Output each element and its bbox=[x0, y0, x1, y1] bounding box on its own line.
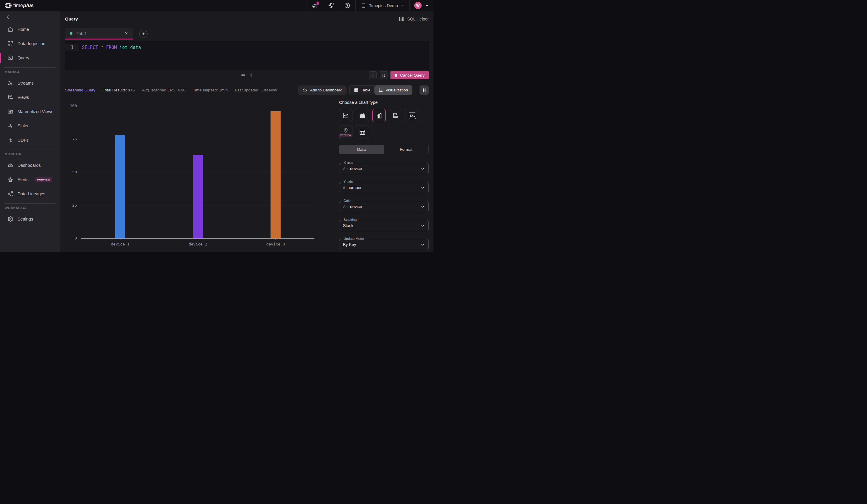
sidebar-item-label: Sinks bbox=[18, 124, 28, 128]
x-axis-select[interactable]: X-axis Aa device bbox=[339, 163, 429, 174]
chart-type-line-button[interactable] bbox=[339, 109, 352, 122]
sidebar-item-home[interactable]: Home bbox=[0, 22, 60, 36]
field-label: Stacking bbox=[342, 218, 358, 222]
chevron-down-icon bbox=[400, 3, 404, 8]
sidebar-collapse-button[interactable] bbox=[6, 14, 13, 20]
chart-type-title: Choose a chart type bbox=[339, 100, 429, 105]
tab-close-icon[interactable]: ✕ bbox=[123, 31, 129, 36]
chart-type-bar-button[interactable] bbox=[389, 109, 402, 122]
main-content: Query SQL Helper Tab 1 ✕ + 1 SELECT * FR… bbox=[60, 11, 434, 252]
resize-handle-icon bbox=[241, 73, 246, 77]
workspace-name: Timeplus Demo bbox=[369, 3, 398, 8]
pause-button[interactable] bbox=[419, 85, 429, 95]
data-ingestion-icon bbox=[8, 41, 13, 46]
sidebar-section-manage: MANAGE bbox=[0, 68, 60, 76]
sidebar-item-alerts[interactable]: Alerts PREVIEW bbox=[0, 172, 60, 187]
color-select[interactable]: Color Aa device bbox=[339, 201, 429, 212]
cancel-query-button[interactable]: Cancel Query bbox=[390, 71, 429, 79]
chart-type-single-value-button[interactable]: 12 bbox=[406, 109, 419, 122]
field-value: device bbox=[350, 166, 362, 171]
sidebar-item-label: Data Lineages bbox=[18, 191, 45, 196]
udfs-icon bbox=[8, 137, 13, 143]
stacking-select[interactable]: Stacking Stack bbox=[339, 220, 429, 231]
add-to-dashboard-button[interactable]: Add to Dashboard bbox=[298, 85, 346, 95]
timeplus-logo[interactable]: timeplus bbox=[0, 2, 34, 9]
new-tab-button[interactable]: + bbox=[139, 30, 148, 38]
field-label: Color bbox=[342, 199, 353, 202]
svg-text:device_0: device_0 bbox=[266, 242, 285, 246]
number-type-icon: # bbox=[343, 185, 345, 190]
add-to-dashboard-label: Add to Dashboard bbox=[310, 88, 342, 92]
sidebar-item-sinks[interactable]: Sinks bbox=[0, 119, 60, 133]
sidebar-item-settings[interactable]: Settings bbox=[0, 212, 60, 226]
sql-code: SELECT * FROM iot_data bbox=[79, 44, 141, 51]
chart-icon bbox=[378, 88, 383, 92]
horizontal-bar-chart-icon bbox=[392, 112, 399, 119]
sidebar-item-label: UDFs bbox=[18, 138, 29, 142]
sidebar-item-data-ingestion[interactable]: Data Ingestion bbox=[0, 36, 60, 51]
chart-area: 1007550250device_1device_2device_0 bbox=[65, 98, 332, 252]
area-chart-icon bbox=[359, 112, 366, 119]
table-view-button[interactable]: Table bbox=[350, 85, 374, 95]
query-status-bar: Streaming Query Total Results: 375 Avg. … bbox=[65, 82, 429, 98]
stop-icon bbox=[395, 74, 397, 77]
slack-icon bbox=[328, 3, 334, 8]
sidebar-item-label: Home bbox=[18, 27, 29, 32]
sidebar-item-label: Dashboards bbox=[18, 163, 41, 168]
announcements-button[interactable] bbox=[306, 0, 323, 11]
help-button[interactable] bbox=[339, 0, 355, 11]
sidebar-item-materialized-views[interactable]: Materialized Views bbox=[0, 105, 60, 119]
field-value: Stack bbox=[343, 223, 353, 228]
chart-type-grid: 12 PREVIEW bbox=[339, 109, 426, 139]
chart-type-map-button[interactable]: PREVIEW bbox=[339, 126, 352, 139]
editor-resize-controls[interactable] bbox=[241, 73, 253, 77]
sidebar-item-udfs[interactable]: UDFs bbox=[0, 133, 60, 147]
sidebar-item-data-lineages[interactable]: Data Lineages bbox=[0, 187, 60, 201]
sidebar-item-label: Alerts bbox=[18, 177, 29, 182]
visualization-label: Visualization bbox=[385, 88, 408, 92]
visualization-view-button[interactable]: Visualization bbox=[374, 85, 412, 95]
tab-format[interactable]: Format bbox=[384, 145, 429, 154]
sql-helper-button[interactable]: SQL Helper bbox=[399, 16, 429, 22]
sidebar-item-views[interactable]: Views bbox=[0, 90, 60, 105]
svg-text:25: 25 bbox=[72, 203, 77, 207]
alerts-icon bbox=[8, 176, 13, 183]
svg-text:75: 75 bbox=[72, 137, 77, 141]
tab-tab1[interactable]: Tab 1 ✕ bbox=[65, 28, 133, 40]
visualization-panel: Choose a chart type bbox=[339, 98, 429, 252]
active-indicator bbox=[0, 53, 1, 63]
sidebar-item-streams[interactable]: Streams bbox=[0, 76, 60, 90]
materialized-views-icon bbox=[8, 109, 13, 115]
workspace-selector[interactable]: Timeplus Demo bbox=[355, 0, 409, 11]
field-value: device bbox=[350, 204, 362, 209]
help-icon bbox=[344, 2, 350, 9]
format-sql-button[interactable] bbox=[369, 71, 377, 79]
chevron-left-icon bbox=[6, 15, 10, 19]
auto-scroll-off-icon bbox=[249, 73, 253, 77]
tab-data[interactable]: Data bbox=[339, 145, 384, 154]
sidebar-item-query[interactable]: Query bbox=[0, 51, 60, 65]
sql-editor[interactable]: 1 SELECT * FROM iot_data bbox=[65, 41, 429, 70]
update-mode-select[interactable]: Update Mode By Key bbox=[339, 239, 429, 250]
pause-icon bbox=[423, 88, 424, 92]
table-icon bbox=[354, 88, 358, 92]
data-format-tabs: Data Format bbox=[339, 145, 429, 154]
user-menu[interactable]: W bbox=[409, 0, 434, 11]
map-pin-icon bbox=[343, 128, 349, 133]
y-axis-select[interactable]: Y-axis # number bbox=[339, 182, 429, 193]
chart-type-column-button[interactable] bbox=[372, 109, 386, 122]
view-mode-toggle: Table Visualization bbox=[350, 85, 413, 95]
bookmark-button[interactable] bbox=[380, 71, 387, 79]
building-icon bbox=[361, 3, 366, 8]
panel-toggle-icon bbox=[399, 16, 404, 22]
notification-dot bbox=[317, 1, 319, 5]
top-bar: timeplus Timeplus Demo W bbox=[0, 0, 434, 11]
chart-type-area-button[interactable] bbox=[356, 109, 369, 122]
preview-badge: PREVIEW bbox=[35, 177, 52, 182]
slack-button[interactable] bbox=[323, 0, 339, 11]
views-icon bbox=[8, 94, 13, 100]
sidebar-item-dashboards[interactable]: Dashboards bbox=[0, 158, 60, 172]
home-icon bbox=[8, 26, 13, 32]
sidebar-item-label: Settings bbox=[18, 217, 33, 222]
chart-type-table-button[interactable] bbox=[356, 126, 369, 139]
